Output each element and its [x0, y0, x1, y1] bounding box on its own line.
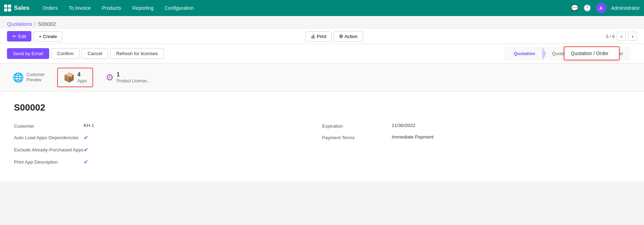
form-left: Customer KH 1 Auto Load Apps Dependencie… [14, 123, 322, 171]
customer-preview-button[interactable]: 🌐 CustomerPreview [7, 69, 50, 86]
app-logo[interactable]: Sales [4, 5, 29, 12]
apps-icon: 📦 [63, 72, 75, 83]
apps-count: 4 [77, 71, 87, 78]
expiration-value[interactable]: 11/30/2022 [392, 123, 416, 128]
gear-icon: ⚙ [106, 72, 114, 83]
username: Administrator [611, 5, 640, 11]
app-title: Sales [14, 5, 29, 12]
nav-reporting[interactable]: Reporting [128, 3, 159, 13]
licenses-count: 1 [116, 71, 150, 78]
auto-load-label: Auto Load Apps Dependencies [14, 134, 84, 140]
create-button[interactable]: + Create [33, 31, 62, 42]
edit-button[interactable]: ✏ Edit [7, 31, 31, 42]
product-licenses-button[interactable]: ⚙ 1 Product License... [100, 68, 156, 87]
breadcrumb: Quotations / S00002 [0, 16, 644, 29]
breadcrumb-separator: / [35, 21, 36, 27]
nav-configuration[interactable]: Configuration [160, 3, 198, 13]
clock-icon[interactable]: 🕐 [583, 4, 591, 12]
pagination-next[interactable]: › [628, 32, 637, 41]
form-right: Expiration 11/30/2022 Payment Terms Imme… [322, 123, 630, 171]
pagination: 5 / 6 ‹ › [606, 32, 637, 41]
breadcrumb-parent[interactable]: Quotations [7, 21, 32, 27]
licenses-label: Product License... [116, 78, 150, 84]
apps-label: Apps [77, 78, 87, 84]
toolbar: ✏ Edit + Create 🖨 Print ⚙ Action Quotati… [0, 29, 644, 44]
customer-label: Customer [14, 123, 84, 129]
pagination-display: 5 / 6 [606, 34, 615, 39]
main-content: S00002 Customer KH 1 Auto Load Apps Depe… [0, 92, 644, 181]
grid-icon [4, 5, 11, 12]
print-button[interactable]: 🖨 Print [305, 31, 332, 42]
auto-load-value[interactable]: ✔ [84, 134, 88, 141]
nav-items: Orders To Invoice Products Reporting Con… [38, 3, 570, 13]
form-grid: Customer KH 1 Auto Load Apps Dependencie… [14, 123, 630, 171]
chat-icon[interactable]: 💬 [571, 4, 578, 12]
status-bar: 🌐 CustomerPreview 📦 4 Apps ⚙ 1 Product L… [0, 63, 644, 92]
pagination-prev[interactable]: ‹ [617, 32, 626, 41]
exclude-value[interactable]: ✔ [84, 147, 88, 153]
record-title: S00002 [14, 102, 630, 113]
exclude-label: Exclude Already-Purchased Apps [14, 147, 84, 152]
exclude-row: Exclude Already-Purchased Apps ✔ [14, 147, 308, 153]
payment-terms-label: Payment Terms [322, 134, 392, 140]
refresh-licenses-button[interactable]: Refresh for licenses [110, 48, 164, 59]
print-desc-row: Print App Description ✔ [14, 159, 308, 165]
expiration-label: Expiration [322, 123, 392, 129]
customer-row: Customer KH 1 [14, 123, 308, 129]
action-dropdown: Quotation / Order [564, 46, 620, 60]
nav-right: 💬 🕐 A Administrator [571, 3, 640, 13]
expiration-row: Expiration 11/30/2022 [322, 123, 616, 129]
customer-preview-label: CustomerPreview [26, 72, 45, 83]
customer-value[interactable]: KH 1 [84, 123, 94, 128]
edit-icon: ✏ [12, 33, 16, 39]
globe-icon: 🌐 [13, 72, 24, 83]
confirm-button[interactable]: Confirm [51, 48, 79, 59]
nav-products[interactable]: Products [97, 3, 126, 13]
avatar[interactable]: A [596, 3, 606, 13]
breadcrumb-current: S00002 [38, 21, 56, 27]
payment-terms-row: Payment Terms Immediate Payment [322, 134, 616, 140]
smart-buttons-area: 🌐 CustomerPreview 📦 4 Apps ⚙ 1 Product L… [0, 63, 644, 91]
apps-button[interactable]: 📦 4 Apps [57, 68, 93, 87]
send-email-button[interactable]: Send by Email [7, 48, 49, 59]
print-desc-label: Print App Description [14, 159, 84, 165]
top-navigation: Sales Orders To Invoice Products Reporti… [0, 0, 644, 16]
action-row: Send by Email Confirm Cancel Refresh for… [0, 44, 644, 63]
print-desc-value[interactable]: ✔ [84, 159, 88, 165]
pipeline-step-quotation[interactable]: Quotation [504, 47, 542, 60]
payment-terms-value[interactable]: Immediate Payment [392, 134, 434, 140]
quotation-order-item[interactable]: Quotation / Order [565, 47, 619, 60]
cancel-button[interactable]: Cancel [82, 48, 108, 59]
auto-load-row: Auto Load Apps Dependencies ✔ [14, 134, 308, 141]
nav-orders[interactable]: Orders [38, 3, 62, 13]
nav-to-invoice[interactable]: To Invoice [64, 3, 96, 13]
action-button[interactable]: ⚙ Action [334, 31, 363, 42]
